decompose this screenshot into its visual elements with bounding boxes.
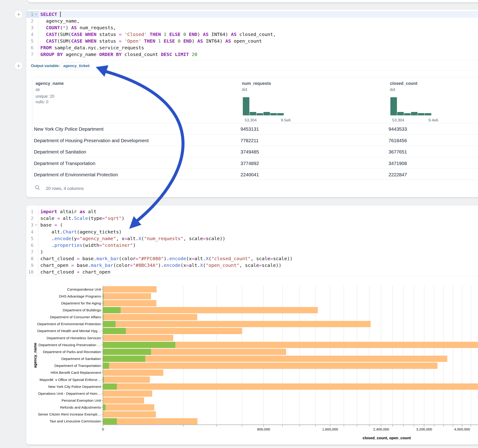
- bar-open-count[interactable]: [103, 356, 145, 362]
- code-line[interactable]: 3base = (: [26, 222, 478, 228]
- code-line[interactable]: 3 COUNT(*) AS num_requests,: [26, 25, 478, 31]
- table-row[interactable]: New York City Police Department945313194…: [33, 123, 478, 134]
- table-cell: Department of Environmental Protection: [34, 172, 118, 177]
- code-line[interactable]: 5 .encode(y="agency_name", x=alt.X("num_…: [26, 235, 478, 242]
- code-line[interactable]: 1import altair as alt: [26, 208, 478, 215]
- table-row[interactable]: Department of Transportation377489234719…: [33, 157, 478, 168]
- bar-open-count[interactable]: [103, 300, 104, 306]
- bar-closed-count[interactable]: [103, 286, 157, 292]
- output-variable-badge[interactable]: agency_tickets: [61, 63, 90, 69]
- code-line[interactable]: 9chart_open = base.mark_bar(color="#8BC3…: [26, 262, 478, 269]
- bar-closed-count[interactable]: [103, 418, 198, 424]
- bar-open-count[interactable]: [103, 328, 126, 334]
- fold-chevron-icon[interactable]: [35, 11, 37, 18]
- table-row[interactable]: Department of Environmental Protection22…: [33, 168, 478, 180]
- bar-closed-count[interactable]: [103, 404, 154, 411]
- code-text: scale = alt.Scale(type="sqrt"): [40, 215, 125, 222]
- bar-closed-count[interactable]: [103, 300, 156, 306]
- bar-closed-count[interactable]: [103, 356, 447, 362]
- add-cell-button[interactable]: [14, 10, 23, 19]
- chart-text: Personal Exemption Unit: [62, 398, 101, 402]
- code-line[interactable]: 6 .properties(width="container"): [26, 242, 478, 249]
- bar-open-count[interactable]: [103, 384, 117, 390]
- bar-closed-count[interactable]: [103, 411, 156, 417]
- code-line[interactable]: 7GROUP BY agency_name ORDER BY closed_co…: [26, 51, 478, 58]
- code-line[interactable]: 10chart_closed + chart_open: [26, 269, 478, 275]
- column-name[interactable]: agency_name: [36, 81, 64, 86]
- chart-text: 3,200,000: [416, 427, 432, 431]
- line-number: 5: [26, 235, 33, 242]
- altair-bar-chart: Correspondence UnitDHS Advantage Program…: [0, 278, 478, 445]
- search-icon[interactable]: [35, 185, 40, 190]
- code-line[interactable]: 2 agency_name,: [26, 18, 478, 25]
- code-line[interactable]: 4 alt.Chart(agency_tickets): [26, 229, 478, 235]
- bar-closed-count[interactable]: [103, 397, 144, 404]
- code-text: .properties(width="container"): [40, 242, 136, 249]
- bar-open-count[interactable]: [103, 342, 175, 348]
- code-line[interactable]: 1SELECT: [26, 11, 478, 18]
- bar-closed-count[interactable]: [103, 377, 150, 383]
- bar-closed-count[interactable]: [103, 335, 173, 341]
- bar-open-count[interactable]: [103, 377, 104, 383]
- code-line[interactable]: 2scale = alt.Scale(type="sqrt"): [26, 215, 478, 222]
- column-name[interactable]: num_requests: [242, 81, 271, 86]
- table-cell: Department of Sanitation: [34, 149, 86, 155]
- chart-text: Department of Consumer Affairs: [50, 315, 101, 319]
- table-footer: 20 rows, 4 columns: [26, 183, 478, 197]
- column-histogram[interactable]: [243, 97, 284, 115]
- bar-open-count[interactable]: [103, 293, 104, 299]
- bar-open-count[interactable]: [103, 418, 117, 424]
- line-number: 5: [26, 38, 33, 44]
- sql-editor[interactable]: 1SELECT 2 agency_name,3 COUNT(*) AS num_…: [26, 10, 478, 60]
- code-line[interactable]: 6FROM sample_data.nyc.service_requests: [26, 44, 478, 51]
- bar-open-count[interactable]: [103, 321, 115, 327]
- table-row[interactable]: Department of Housing Preservation and D…: [33, 134, 478, 146]
- bar-open-count[interactable]: [103, 349, 151, 355]
- add-cell-button[interactable]: [14, 62, 23, 70]
- code-text: ): [40, 249, 43, 255]
- chart-text: HRA Benefit Card Replacement: [51, 371, 101, 374]
- table-row[interactable]: Department of Sanitation37494853677651: [33, 146, 478, 157]
- code-text: alt.Chart(agency_tickets): [40, 229, 121, 235]
- code-line[interactable]: 7): [26, 249, 478, 255]
- code-text: SELECT: [40, 11, 60, 18]
- code-line[interactable]: 8chart_closed = base.mark_bar(color="#FF…: [26, 255, 478, 262]
- fold-chevron-icon[interactable]: [35, 222, 37, 228]
- table-cell: 2222847: [389, 172, 407, 177]
- result-table: agency_namestrunique: 20nulls: 0num_requ…: [32, 77, 478, 180]
- line-number: 1: [26, 11, 33, 18]
- line-number: 3: [26, 25, 33, 31]
- line-number: 8: [26, 255, 33, 262]
- chart-text: Department of Homeless Services: [47, 336, 101, 340]
- bar-closed-count[interactable]: [103, 390, 152, 397]
- code-text: CAST(SUM(CASE WHEN status = 'Open' THEN …: [40, 38, 262, 44]
- bar-closed-count[interactable]: [103, 370, 163, 376]
- histogram-max-label: 9.4e6: [428, 118, 438, 123]
- plus-icon: [17, 64, 20, 68]
- bar-closed-count[interactable]: [103, 307, 318, 313]
- chart-text: closed_count, open_count: [363, 436, 411, 440]
- bar-closed-count[interactable]: [103, 362, 438, 369]
- table-cell: New York City Police Department: [34, 126, 104, 132]
- output-variable-label: Output variable:: [31, 64, 60, 68]
- bar-closed-count[interactable]: [103, 384, 478, 390]
- bar-open-count[interactable]: [103, 314, 104, 320]
- column-name[interactable]: closed_count: [390, 81, 417, 86]
- bar-open-count[interactable]: [103, 404, 106, 411]
- column-histogram[interactable]: [390, 97, 432, 115]
- notebook-page: 1SELECT 2 agency_name,3 COUNT(*) AS num_…: [0, 0, 478, 448]
- python-editor[interactable]: 1import altair as alt2scale = alt.Scale(…: [26, 205, 478, 276]
- code-text: GROUP BY agency_name ORDER BY closed_cou…: [40, 51, 197, 58]
- chart-text: New York City Police Department: [48, 385, 101, 389]
- bar-closed-count[interactable]: [103, 293, 151, 299]
- line-number: 1: [26, 208, 33, 215]
- code-line[interactable]: 5 CAST(SUM(CASE WHEN status = 'Open' THE…: [26, 38, 478, 44]
- bar-open-count[interactable]: [103, 362, 109, 369]
- line-number: 2: [26, 215, 33, 222]
- bar-closed-count[interactable]: [103, 321, 371, 327]
- bar-closed-count[interactable]: [103, 314, 197, 320]
- line-number: 9: [26, 262, 33, 269]
- table-cell: 7618456: [389, 138, 407, 143]
- bar-open-count[interactable]: [103, 307, 121, 313]
- code-line[interactable]: 4 CAST(SUM(CASE WHEN status = 'Closed' T…: [26, 31, 478, 38]
